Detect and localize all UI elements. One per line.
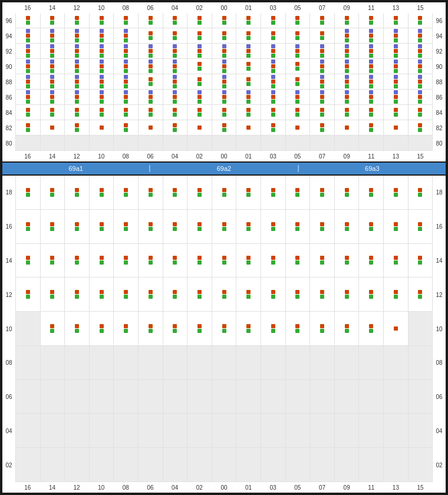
o-dot <box>295 95 299 99</box>
row-label-82: 82 <box>2 125 15 131</box>
o-dot <box>197 256 202 260</box>
b-dot <box>50 75 54 79</box>
bottom-row-10: 1010 <box>2 312 446 346</box>
b-dot <box>271 44 275 48</box>
g-dot <box>100 193 104 197</box>
row-label-96: 96 <box>2 18 15 24</box>
g-dot <box>222 54 226 58</box>
cell <box>309 414 334 447</box>
o-dot <box>418 222 422 226</box>
cell <box>236 210 261 243</box>
o-dot <box>345 34 349 38</box>
b-dot <box>75 75 79 79</box>
g-dot <box>394 21 398 25</box>
g-dot <box>345 54 349 58</box>
col-header-09: 09 <box>334 5 359 11</box>
b-dot <box>124 90 128 94</box>
g-dot <box>100 295 104 299</box>
o-dot <box>100 95 104 99</box>
cell <box>236 346 261 380</box>
o-dot <box>50 49 54 53</box>
cell <box>212 90 236 104</box>
cell <box>285 312 310 345</box>
g-dot <box>418 193 422 197</box>
b-dot <box>394 75 398 79</box>
g-dot <box>50 329 54 333</box>
b-dot <box>394 44 398 48</box>
b-dot <box>149 90 153 94</box>
cell <box>285 380 310 414</box>
o-dot <box>222 49 226 53</box>
g-dot <box>50 295 54 299</box>
g-dot <box>173 84 177 88</box>
b-dot <box>222 60 226 64</box>
o-dot <box>124 123 128 127</box>
cell <box>89 414 114 447</box>
g-dot <box>50 21 54 25</box>
cell <box>163 414 187 447</box>
cell <box>15 13 40 28</box>
g-dot <box>418 227 422 231</box>
col-header-06: 06 <box>138 5 163 11</box>
g-dot <box>345 100 349 104</box>
cell <box>383 59 408 74</box>
o-dot <box>173 222 177 226</box>
cell <box>113 28 138 43</box>
g-dot <box>124 193 128 197</box>
cell <box>261 176 285 209</box>
g-dot <box>173 260 177 265</box>
cell <box>261 90 285 104</box>
o-dot <box>26 16 30 20</box>
o-dot <box>173 49 177 53</box>
cell <box>163 13 187 28</box>
cell <box>64 448 89 481</box>
col-header-01: 01 <box>236 5 261 11</box>
cell <box>89 244 114 278</box>
b-dot <box>50 29 54 33</box>
o-dot <box>26 49 30 53</box>
cell <box>40 74 65 89</box>
b-dot <box>418 60 422 64</box>
o-dot <box>75 324 79 328</box>
cell <box>187 210 212 243</box>
o-dot <box>50 126 54 130</box>
o-dot <box>173 188 177 192</box>
cell <box>212 136 236 150</box>
cell <box>408 244 433 278</box>
g-dot <box>320 100 324 104</box>
bottom-row-08: 0808 <box>2 346 446 380</box>
cell <box>212 448 236 481</box>
cell <box>163 380 187 414</box>
cell <box>236 136 261 150</box>
o-dot <box>345 108 349 112</box>
col-header-07: 07 <box>310 5 335 11</box>
row-label-right-90: 90 <box>433 64 446 70</box>
cell <box>64 414 89 447</box>
cell <box>113 13 138 28</box>
o-dot <box>75 222 79 226</box>
g-dot <box>320 54 324 58</box>
cell <box>64 346 89 380</box>
o-dot <box>173 80 177 84</box>
o-dot <box>369 324 373 328</box>
o-dot <box>345 80 349 84</box>
g-dot <box>173 113 177 117</box>
g-dot <box>149 295 153 299</box>
o-dot <box>124 188 128 192</box>
g-dot <box>369 113 373 117</box>
g-dot <box>369 128 373 132</box>
cell <box>309 346 334 380</box>
g-dot <box>320 113 324 117</box>
cell <box>408 105 433 120</box>
cell <box>408 414 433 447</box>
b-dot <box>222 90 226 94</box>
col-header-05: 05 <box>285 5 310 11</box>
g-dot <box>369 38 373 42</box>
g-dot <box>295 21 299 25</box>
top-row-92: 9292 <box>2 44 446 59</box>
cells-row-86 <box>15 90 433 105</box>
cell <box>358 59 383 74</box>
cell <box>383 312 408 345</box>
o-dot <box>320 31 324 35</box>
o-dot <box>197 324 202 328</box>
